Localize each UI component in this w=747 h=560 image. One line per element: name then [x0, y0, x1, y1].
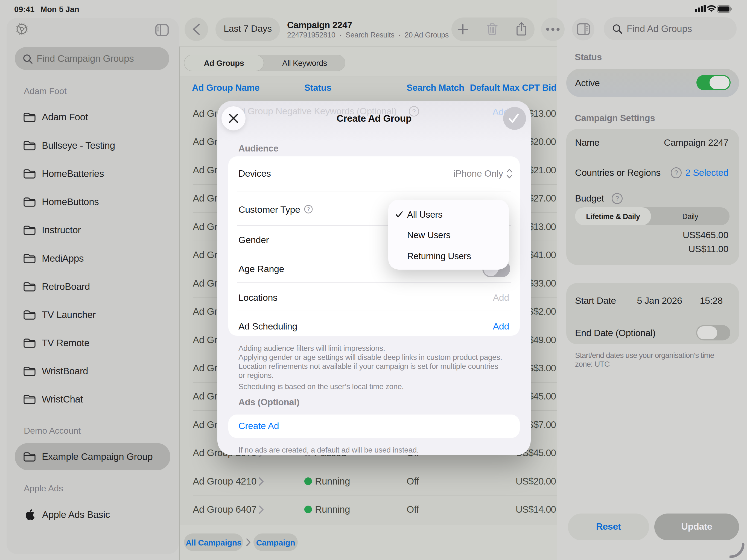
svg-text:?: ? [307, 206, 310, 212]
svg-text:?: ? [615, 195, 619, 202]
svg-text:?: ? [674, 169, 678, 176]
